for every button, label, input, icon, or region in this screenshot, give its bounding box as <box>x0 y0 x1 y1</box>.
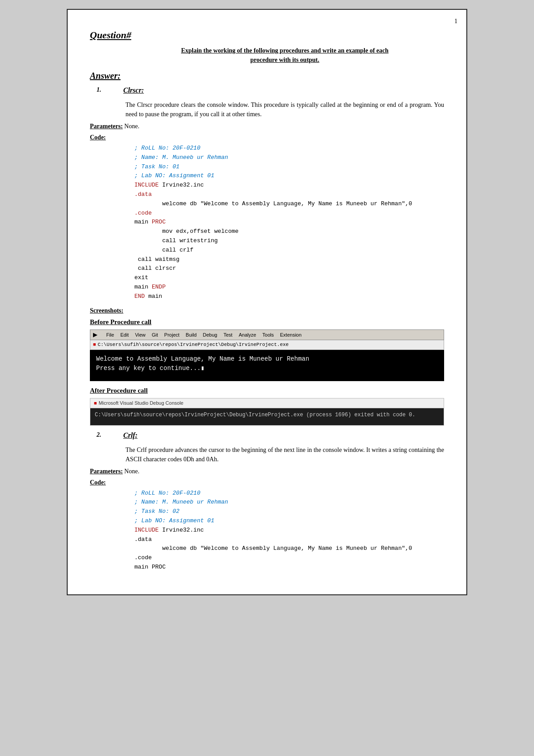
section-title-clrscr: Clrscr: <box>123 85 144 96</box>
section-body-clrscr: The Clrscr procedure clears the console … <box>125 100 444 119</box>
code-label-crlf: Code: <box>90 478 444 487</box>
question-title: Question# <box>90 28 444 42</box>
code-line: ; RoLL No: 20F-0210 <box>134 489 444 498</box>
code-line: .code <box>134 209 444 218</box>
code-line: ; Task No: 02 <box>134 507 444 516</box>
screenshots-label: Screenshots: <box>90 306 444 315</box>
code-line: INCLUDE Irvine32.inc <box>134 526 444 535</box>
section-body-crlf: The Crlf procedure advances the cursor t… <box>125 445 444 464</box>
section-heading-clrscr: 1. Clrscr: <box>90 85 444 98</box>
code-line: ; RoLL No: 20F-0210 <box>134 144 444 153</box>
console-before: Welcome to Assembly Language, My Name is… <box>90 350 444 381</box>
code-block-crlf: ; RoLL No: 20F-0210 ; Name: M. Muneeb ur… <box>134 489 444 572</box>
parameters-clrscr: Parameters: None. <box>90 122 444 131</box>
ide-menu-file[interactable]: File <box>106 331 114 339</box>
code-line: exit <box>134 273 444 283</box>
ide-menu-build[interactable]: Build <box>186 331 196 339</box>
ide-menu-project[interactable]: Project <box>164 331 179 339</box>
ide-logo: ▶ <box>93 331 100 339</box>
parameters-crlf: Parameters: None. <box>90 467 444 476</box>
after-console-body: C:\Users\sufih\source\repos\IrvineProjec… <box>90 408 444 425</box>
code-line: mov edx,offset welcome <box>134 227 444 236</box>
ide-menu-debug[interactable]: Debug <box>203 331 217 339</box>
code-line: ; Lab NO: Assignment 01 <box>134 171 444 181</box>
after-label: After Procedure call <box>90 386 444 396</box>
after-console-title-text: Microsoft Visual Studio Debug Console <box>99 399 184 407</box>
answer-title: Answer: <box>90 69 444 82</box>
question-body-line2: procedure with its output. <box>250 57 319 63</box>
code-line: .data <box>134 190 444 199</box>
code-line: call clrscr <box>134 264 444 273</box>
after-console-title-bar: ■ Microsoft Visual Studio Debug Console <box>90 398 444 408</box>
ide-menu-tools[interactable]: Tools <box>263 331 274 339</box>
section-heading-crlf: 2. Crlf: <box>90 430 444 443</box>
section-crlf: 2. Crlf: The Crlf procedure advances the… <box>90 430 444 572</box>
params-value-crlf: None. <box>124 468 139 475</box>
ide-bar-items: File Edit View Git Project Build Debug T… <box>106 331 302 339</box>
console-line-2: Press any key to continue...▮ <box>96 364 438 373</box>
code-line: welcome db "Welcome to Assembly Language… <box>134 544 444 553</box>
params-label-crlf: Parameters: <box>90 468 123 475</box>
ide-menu-git[interactable]: Git <box>152 331 158 339</box>
code-line: END main <box>134 292 444 301</box>
after-console-text: C:\Users\sufih\source\repos\IrvineProjec… <box>95 412 415 418</box>
code-line: .data <box>134 535 444 545</box>
code-line: INCLUDE Irvine32.inc <box>134 181 444 190</box>
ide-menu-test[interactable]: Test <box>223 331 232 339</box>
code-line: ; Name: M. Muneeb ur Rehman <box>134 498 444 507</box>
params-label-clrscr: Parameters: <box>90 123 123 130</box>
code-line: call writestring <box>134 236 444 246</box>
after-console-icon: ■ <box>94 399 97 407</box>
ide-menu-edit[interactable]: Edit <box>120 331 129 339</box>
section-title-crlf: Crlf: <box>123 430 138 441</box>
code-line: .code <box>134 553 444 563</box>
page-number: 1 <box>454 16 457 26</box>
code-line: main ENDP <box>134 283 444 292</box>
question-body: Explain the working of the following pro… <box>125 46 444 65</box>
page: 1 Question# Explain the working of the f… <box>67 9 467 595</box>
code-line: call waitmsg <box>134 255 444 264</box>
ide-path-icon: ■ <box>93 341 96 349</box>
ide-menu-bar: ▶ File Edit View Git Project Build Debug… <box>90 329 444 340</box>
section-number-2: 2. <box>97 430 110 439</box>
after-console-outer: ■ Microsoft Visual Studio Debug Console … <box>90 398 444 426</box>
ide-menu-extension[interactable]: Extension <box>280 331 301 339</box>
ide-path-bar: ■ C:\Users\sufih\source\repos\IrvineProj… <box>90 340 444 350</box>
code-label-clrscr: Code: <box>90 133 444 142</box>
code-line: call crlf <box>134 246 444 255</box>
section-number-1: 1. <box>97 85 110 94</box>
section-clrscr: 1. Clrscr: The Clrscr procedure clears t… <box>90 85 444 426</box>
code-line: main PROC <box>134 218 444 227</box>
code-line: ; Lab NO: Assignment 01 <box>134 516 444 526</box>
ide-path-text: C:\Users\sufih\source\repos\IrvineProjec… <box>98 341 289 349</box>
code-line: welcome db "Welcome to Assembly Language… <box>134 199 444 209</box>
code-line: main PROC <box>134 563 444 572</box>
code-line: ; Task No: 01 <box>134 163 444 172</box>
params-value-clrscr: None. <box>124 123 139 130</box>
code-line: ; Name: M. Muneeb ur Rehman <box>134 153 444 163</box>
ide-menu-analyze[interactable]: Analyze <box>239 331 256 339</box>
before-label: Before Procedure call <box>90 317 444 327</box>
question-body-line1: Explain the working of the following pro… <box>181 47 388 54</box>
ide-menu-view[interactable]: View <box>135 331 146 339</box>
console-line-1: Welcome to Assembly Language, My Name is… <box>96 354 438 364</box>
code-block-clrscr: ; RoLL No: 20F-0210 ; Name: M. Muneeb ur… <box>134 144 444 301</box>
